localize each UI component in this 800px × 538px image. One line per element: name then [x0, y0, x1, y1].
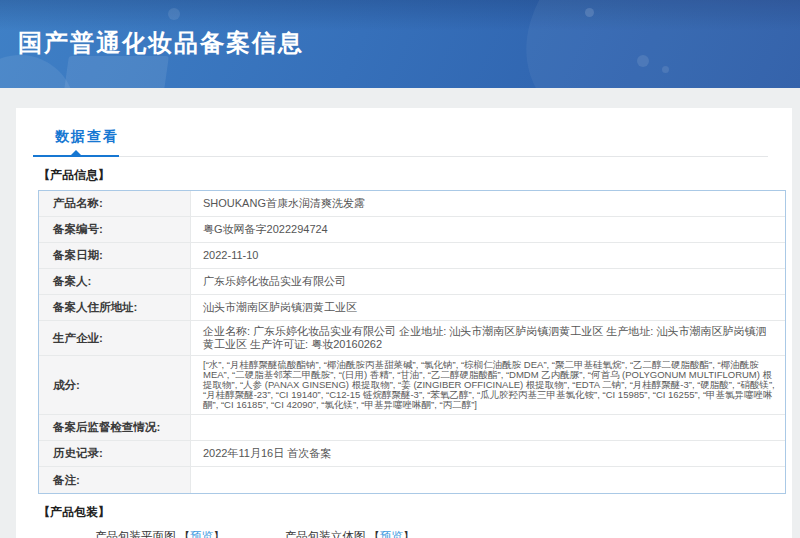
packaging-3d-preview-link[interactable]: 预览 [380, 530, 403, 538]
header-decoration-ellipse [490, 0, 800, 88]
packaging-3d-item: 产品包装立体图 【预览】 [285, 529, 415, 538]
tab-divider [119, 156, 768, 157]
tab-active-triangle-icon [71, 150, 81, 155]
packaging-row: 产品包装平面图 【预览】 产品包装立体图 【预览】 [95, 529, 792, 538]
row-label: 成分: [39, 356, 191, 414]
row-label: 备案编号: [39, 217, 191, 242]
product-info-table: 产品名称: SHOUKANG首康水润清爽洗发露 备案编号: 粤G妆网备字2022… [38, 190, 786, 494]
bracket-open: 【 [368, 530, 380, 538]
bracket-open: 【 [179, 530, 191, 538]
header-decoration-square [59, 56, 169, 88]
row-label: 备案人住所地址: [39, 295, 191, 320]
table-row-product-name: 产品名称: SHOUKANG首康水润清爽洗发露 [39, 191, 785, 217]
tab-bar: 数据查看 [16, 126, 792, 157]
bracket-close: 】 [403, 530, 415, 538]
packaging-flat-label: 产品包装平面图 [95, 530, 176, 538]
row-label: 备案日期: [39, 243, 191, 268]
table-row-registrant: 备案人: 广东乐婷化妆品实业有限公司 [39, 269, 785, 295]
row-label: 备案后监督检查情况: [39, 415, 191, 440]
row-label: 备注: [39, 467, 191, 493]
row-label: 生产企业: [39, 321, 191, 355]
row-label: 备案人: [39, 269, 191, 294]
section-title-packaging: 【产品包装】 [38, 504, 792, 521]
table-row-registrant-address: 备案人住所地址: 汕头市潮南区胪岗镇泗黄工业区 [39, 295, 785, 321]
row-label: 产品名称: [39, 191, 191, 216]
table-row-remarks: 备注: [39, 467, 785, 493]
section-title-product-info: 【产品信息】 [38, 167, 792, 184]
row-label: 历史记录: [39, 441, 191, 466]
tab-data-view-label: 数据查看 [55, 128, 119, 144]
bracket-close: 】 [213, 530, 225, 538]
row-value [191, 467, 785, 493]
packaging-flat-preview-link[interactable]: 预览 [190, 530, 213, 538]
table-row-registration-number: 备案编号: 粤G妆网备字2022294724 [39, 217, 785, 243]
table-row-history: 历史记录: 2022年11月16日 首次备案 [39, 441, 785, 467]
row-value: [“水”, “月桂醇聚醚硫酸酯钠”, “椰油酰胺丙基甜菜碱”, “氯化钠”, “… [191, 356, 785, 414]
tab-data-view[interactable]: 数据查看 [55, 126, 119, 146]
content-card: 数据查看 【产品信息】 产品名称: SHOUKANG首康水润清爽洗发露 备案编号… [16, 108, 792, 538]
row-value: 2022-11-10 [191, 243, 785, 268]
page-title: 国产普通化妆品备案信息 [18, 27, 304, 59]
row-value: 广东乐婷化妆品实业有限公司 [191, 269, 785, 294]
row-value [191, 415, 785, 440]
header-decoration-circle [0, 55, 75, 88]
page-header: 国产普通化妆品备案信息 [0, 0, 800, 88]
table-row-registration-date: 备案日期: 2022-11-10 [39, 243, 785, 269]
tab-active-indicator [33, 155, 119, 157]
table-row-ingredients: 成分: [“水”, “月桂醇聚醚硫酸酯钠”, “椰油酰胺丙基甜菜碱”, “氯化钠… [39, 356, 785, 415]
table-row-manufacturer: 生产企业: 企业名称: 广东乐婷化妆品实业有限公司 企业地址: 汕头市潮南区胪岗… [39, 321, 785, 356]
row-value: 粤G妆网备字2022294724 [191, 217, 785, 242]
row-value: 2022年11月16日 首次备案 [191, 441, 785, 466]
table-row-post-inspection: 备案后监督检查情况: [39, 415, 785, 441]
row-value: SHOUKANG首康水润清爽洗发露 [191, 191, 785, 216]
header-decoration-dot [168, 8, 180, 20]
row-value: 企业名称: 广东乐婷化妆品实业有限公司 企业地址: 汕头市潮南区胪岗镇泗黄工业区… [191, 321, 785, 355]
packaging-3d-label: 产品包装立体图 [285, 530, 369, 538]
tab-track [33, 155, 768, 157]
row-value: 汕头市潮南区胪岗镇泗黄工业区 [191, 295, 785, 320]
packaging-flat-item: 产品包装平面图 【预览】 [95, 529, 225, 538]
